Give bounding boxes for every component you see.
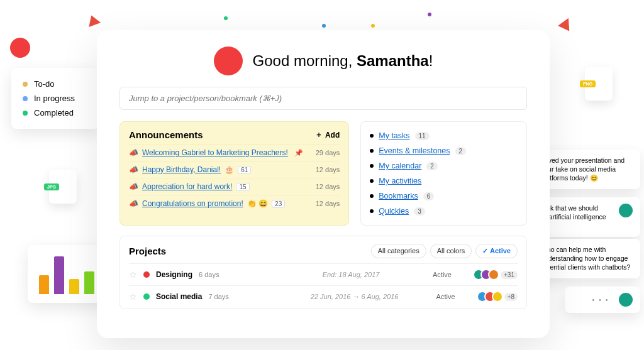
quicklink-row[interactable]: My calendar 2 [370, 158, 518, 173]
quicklinks-panel: My tasks 11 Events & milestones 2 My cal… [360, 121, 527, 226]
quicklink-label[interactable]: My calendar [379, 161, 421, 170]
announcement-emoji: 🎂 [225, 165, 234, 174]
legend-row: In progress [23, 91, 88, 106]
floating-avatar [10, 38, 30, 58]
reaction-count: 15 [236, 183, 249, 191]
project-status: Active [436, 293, 474, 300]
quicklink-row[interactable]: My tasks 11 [370, 128, 518, 143]
bar [84, 271, 94, 294]
project-color-icon [143, 271, 150, 278]
bullet-icon [370, 179, 374, 183]
chat-bubble-typing: • • • [565, 287, 640, 313]
quicklink-row[interactable]: Bookmarks 6 [370, 189, 518, 204]
legend-label: Completed [34, 108, 74, 118]
greeting-suffix: ! [429, 52, 433, 69]
quicklink-row[interactable]: Quickies 3 [370, 204, 518, 219]
filter-categories[interactable]: All categories [371, 244, 426, 258]
announcement-time: 12 days [316, 183, 340, 190]
project-members[interactable]: +31 [477, 269, 518, 280]
file-chip-jpg: JPG [49, 170, 77, 204]
megaphone-icon: 📣 [129, 182, 138, 191]
announcement-link[interactable]: Appreciation for hard work! [142, 182, 232, 191]
quicklink-label[interactable]: My activities [379, 177, 421, 185]
project-name[interactable]: Designing [156, 270, 192, 279]
announcements-panel: Announcements ＋ Add 📣 Welcoming Gabriel … [119, 121, 349, 226]
avatar [619, 204, 633, 217]
announcement-link[interactable]: Welcoming Gabriel to Marketing Preachers… [142, 148, 288, 157]
greeting-prefix: Good morning, [253, 52, 357, 69]
project-members[interactable]: +8 [480, 291, 518, 302]
legend-row: Completed [23, 106, 88, 120]
avatar [619, 293, 633, 307]
bar [54, 256, 64, 294]
project-status: Active [433, 271, 470, 278]
file-chip-png: PNG [585, 67, 613, 101]
bar [69, 279, 79, 294]
user-avatar[interactable] [214, 46, 243, 75]
quicklink-count: 6 [423, 192, 435, 200]
project-filters: All categories All colors Active [371, 244, 518, 258]
project-color-icon [143, 293, 150, 300]
star-icon[interactable]: ☆ [129, 270, 137, 280]
announcement-time: 29 days [316, 149, 340, 156]
bullet-icon [370, 134, 374, 138]
file-ext-badge: JPG [44, 183, 59, 190]
typing-indicator-icon: • • • [587, 295, 614, 304]
announcements-title: Announcements [129, 129, 203, 140]
announcement-row[interactable]: 📣 Happy Birthday, Danial! 🎂 61 12 days [129, 161, 340, 178]
quicklink-count: 2 [455, 147, 467, 155]
reaction-count: 23 [272, 200, 285, 208]
header: Good morning, Samantha! [119, 46, 527, 75]
project-name[interactable]: Social media [156, 292, 202, 301]
add-announcement-button[interactable]: ＋ Add [315, 129, 340, 140]
greeting: Good morning, Samantha! [253, 52, 433, 70]
avatar [492, 291, 503, 302]
legend-label: To-do [34, 79, 55, 89]
project-dates: 22 Jun, 2016 → 6 Aug, 2016 [304, 293, 405, 300]
bullet-icon [370, 194, 374, 198]
legend-row: To-do [23, 77, 88, 91]
project-row[interactable]: ☆ Social media 7 days 22 Jun, 2016 → 6 A… [129, 285, 518, 307]
confetti-dot [224, 16, 228, 20]
quicklink-label[interactable]: Bookmarks [379, 192, 418, 200]
bullet-icon [370, 164, 374, 168]
quicklink-row[interactable]: Events & milestones 2 [370, 143, 518, 158]
quicklink-label[interactable]: Quickies [379, 207, 409, 216]
file-ext-badge: PNG [580, 80, 596, 87]
confetti-dot [322, 24, 326, 28]
announcement-row[interactable]: 📣 Congratulations on promotion! 👏 😄 23 1… [129, 195, 340, 212]
quicklink-label[interactable]: Events & milestones [379, 146, 450, 155]
plus-icon: ＋ [315, 129, 323, 140]
quicklink-count: 2 [426, 162, 438, 170]
announcement-time: 12 days [316, 166, 340, 173]
greeting-name: Samantha [357, 52, 429, 69]
projects-title: Projects [129, 246, 166, 256]
avatar [488, 269, 499, 280]
project-age: 6 days [199, 271, 219, 278]
member-overflow: +8 [504, 293, 518, 301]
legend-label: In progress [34, 94, 75, 103]
project-row[interactable]: ☆ Designing 6 days End: 18 Aug, 2017 Act… [129, 263, 518, 285]
bar [39, 275, 49, 294]
projects-panel: Projects All categories All colors Activ… [119, 236, 527, 309]
legend-dot-icon [23, 96, 28, 101]
filter-active[interactable]: Active [475, 244, 518, 258]
add-label: Add [325, 131, 340, 139]
announcement-time: 12 days [316, 200, 340, 207]
bullet-icon [370, 149, 374, 153]
announcement-row[interactable]: 📣 Welcoming Gabriel to Marketing Preache… [129, 144, 340, 161]
project-dates: End: 18 Aug, 2017 [301, 271, 401, 278]
quicklink-row[interactable]: My activities [370, 173, 518, 189]
search-input[interactable] [119, 87, 527, 110]
legend-card: To-do In progress Completed [11, 68, 99, 129]
quicklink-label[interactable]: My tasks [379, 131, 409, 140]
announcement-link[interactable]: Happy Birthday, Danial! [142, 165, 221, 174]
announcement-link[interactable]: Congratulations on promotion! [142, 199, 243, 208]
megaphone-icon: 📣 [129, 165, 138, 174]
star-icon[interactable]: ☆ [129, 292, 137, 302]
filter-colors[interactable]: All colors [430, 244, 472, 258]
chat-text: Who can help me with understanding how t… [541, 245, 633, 272]
confetti-triangle [86, 13, 101, 27]
confetti-dot [371, 24, 375, 28]
announcement-row[interactable]: 📣 Appreciation for hard work! 15 12 days [129, 178, 340, 195]
